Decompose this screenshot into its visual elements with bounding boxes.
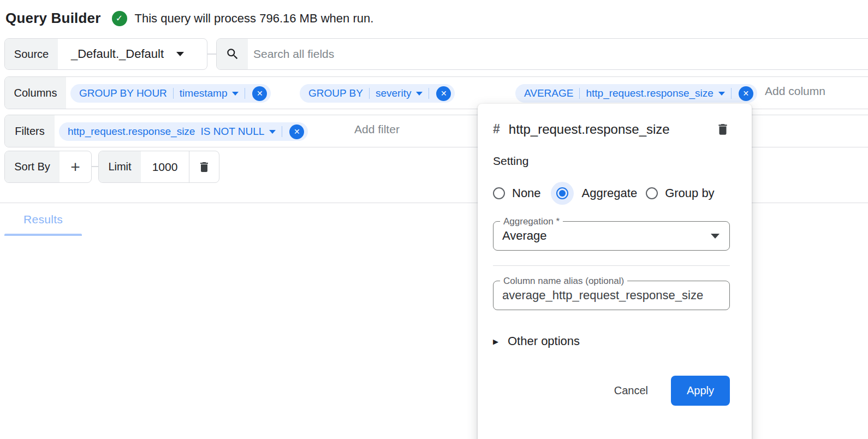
remove-chip-icon[interactable]: ✕: [289, 124, 304, 139]
source-row: Source _Default._Default: [4, 38, 207, 70]
dialog-title: http_request.response_size: [509, 118, 689, 140]
chevron-down-icon: [416, 92, 423, 96]
radio-icon-group-by[interactable]: [646, 187, 658, 199]
chip-divider: [579, 88, 580, 99]
alias-field: Column name alias (optional): [493, 281, 730, 310]
column-chip-response-size[interactable]: AVERAGE http_request.response_size ✕: [515, 84, 757, 103]
numeric-type-icon: #: [493, 118, 500, 140]
tab-active-underline: [4, 234, 82, 236]
column-chip-timestamp[interactable]: GROUP BY HOUR timestamp ✕: [70, 84, 271, 103]
aggregation-select[interactable]: Aggregation * Average: [493, 221, 730, 251]
dialog-actions: Cancel Apply: [493, 376, 730, 406]
page-title: Query Builder: [5, 10, 101, 27]
chip-divider: [369, 88, 370, 99]
limit-label: Limit: [99, 151, 141, 182]
tab-results[interactable]: Results: [4, 207, 82, 236]
filter-condition-dropdown[interactable]: IS NOT NULL: [200, 126, 276, 138]
radio-option-group-by[interactable]: Group by: [646, 186, 723, 200]
query-status-message: This query will process 796.16 MB when r…: [135, 11, 374, 26]
limit-group: Limit 1000: [98, 151, 219, 183]
chip-prefix: GROUP BY HOUR: [79, 87, 167, 99]
aggregation-label: Aggregation *: [500, 216, 563, 227]
limit-value[interactable]: 1000: [141, 151, 189, 182]
check-circle-icon: ✓: [112, 11, 127, 26]
add-column-input[interactable]: [765, 85, 868, 98]
chip-prefix: GROUP BY: [308, 87, 363, 99]
remove-chip-icon[interactable]: ✕: [436, 86, 451, 101]
column-chip-severity[interactable]: GROUP BY severity ✕: [300, 84, 455, 103]
delete-column-button[interactable]: [716, 122, 730, 138]
add-filter-input[interactable]: [354, 123, 474, 136]
disclosure-triangle-icon: ▶: [493, 337, 498, 346]
query-builder-panel: Query Builder ✓ This query will process …: [0, 0, 868, 439]
chevron-down-icon: [269, 130, 276, 134]
source-dropdown[interactable]: _Default._Default: [58, 39, 184, 69]
chevron-down-icon: [718, 92, 725, 96]
alias-input[interactable]: [494, 288, 729, 302]
chevron-down-icon: [232, 92, 239, 96]
source-label: Source: [5, 39, 58, 69]
aggregation-value: Average: [494, 229, 547, 243]
setting-radio-group: None Aggregate Group by: [493, 182, 730, 205]
remove-chip-icon[interactable]: ✕: [252, 86, 267, 101]
chip-field-dropdown[interactable]: timestamp: [180, 87, 239, 99]
chip-divider: [282, 126, 282, 137]
sort-by-group: Sort By +: [4, 151, 92, 183]
search-icon: [225, 47, 240, 61]
trash-icon: [198, 161, 211, 174]
radio-halo: [551, 182, 574, 205]
alias-label: Column name alias (optional): [500, 276, 627, 287]
chip-divider: [429, 88, 429, 99]
tab-results-label: Results: [4, 207, 82, 232]
radio-icon-none[interactable]: [493, 187, 505, 199]
source-dropdown-value: _Default._Default: [71, 47, 164, 61]
chevron-down-icon: [711, 234, 720, 239]
radio-option-aggregate[interactable]: Aggregate: [550, 182, 646, 205]
plus-icon: +: [70, 158, 80, 176]
dialog-header: # http_request.response_size: [493, 118, 730, 140]
chip-divider: [731, 88, 732, 99]
chip-prefix: AVERAGE: [524, 87, 573, 99]
filter-field: http_request.response_size: [68, 126, 195, 138]
filters-label: Filters: [5, 115, 55, 147]
connector-dash: [207, 54, 216, 55]
chip-field-dropdown[interactable]: http_request.response_size: [586, 87, 724, 99]
chip-divider: [173, 88, 174, 99]
search-input[interactable]: [248, 39, 868, 69]
delete-limit-button[interactable]: [189, 151, 219, 182]
chip-field-dropdown[interactable]: severity: [376, 87, 423, 99]
other-options-toggle[interactable]: ▶ Other options: [493, 334, 730, 348]
search-icon-cell: [217, 39, 248, 69]
columns-label: Columns: [5, 77, 66, 109]
radio-option-none[interactable]: None: [493, 186, 550, 200]
trash-icon: [716, 122, 730, 137]
dialog-divider: [493, 265, 730, 266]
sort-by-label: Sort By: [5, 151, 60, 182]
setting-heading: Setting: [493, 155, 730, 168]
column-settings-dialog: # http_request.response_size Setting Non…: [478, 104, 752, 439]
remove-chip-icon[interactable]: ✕: [739, 86, 753, 101]
add-sort-button[interactable]: +: [60, 151, 91, 182]
connector-dash: [92, 166, 98, 167]
search-bar: [216, 38, 868, 70]
chevron-down-icon: [176, 52, 184, 56]
header: Query Builder ✓ This query will process …: [5, 10, 373, 27]
radio-icon-aggregate-selected[interactable]: [556, 187, 568, 199]
apply-button[interactable]: Apply: [671, 376, 730, 406]
cancel-button[interactable]: Cancel: [614, 384, 648, 397]
filter-chip-response-size[interactable]: http_request.response_size IS NOT NULL ✕: [59, 122, 308, 141]
chip-divider: [245, 88, 245, 99]
